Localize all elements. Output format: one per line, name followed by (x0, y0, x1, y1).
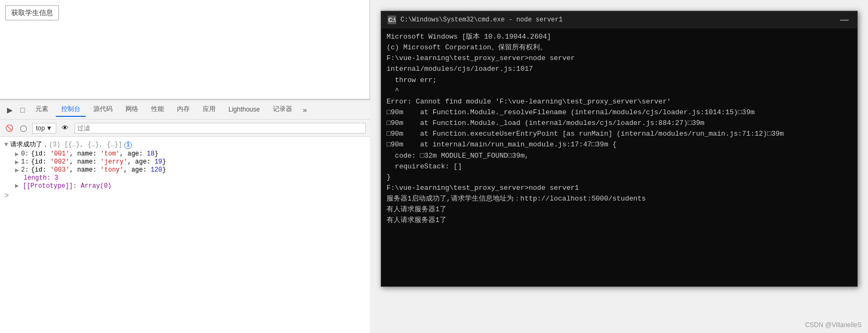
item1-index: 1: (21, 158, 28, 166)
cmd-window: C:\ C:\Windows\System32\cmd.exe - node s… (381, 11, 858, 287)
item0-arrow[interactable]: ▶ (15, 150, 19, 158)
tab-performance[interactable]: 性能 (146, 102, 169, 117)
cmd-line: 服务器1启动成功了,请求学生信息地址为：http://localhost:500… (387, 194, 852, 204)
cmd-line: □90m at internal/main/run_main_module.js… (387, 139, 852, 150)
filter-input[interactable] (75, 123, 366, 134)
watermark: CSDN @VillanelleS (805, 321, 862, 329)
page-area: 获取学生信息 (0, 0, 369, 99)
array-item-0: ▶ 0: {id: '001', name: 'tom', age: 18} (4, 150, 366, 158)
context-selector[interactable]: top ▼ (32, 123, 56, 134)
tab-lighthouse[interactable]: Lighthouse (223, 103, 265, 116)
context-label: top (36, 124, 45, 132)
browser-panel: 获取学生信息 ▶ □ 元素 控制台 源代码 网络 性能 内存 应用 Lighth… (0, 0, 370, 333)
item1-arrow[interactable]: ▶ (15, 158, 19, 166)
length-line: length: 3 (4, 174, 366, 182)
cmd-minimize-button[interactable]: — (838, 15, 851, 25)
cmd-app-icon: C:\ (388, 16, 396, 24)
cmd-line: □90m at Function.executeUserEntryPoint [… (387, 129, 852, 139)
cmd-line: ^ (387, 86, 852, 97)
cmd-title-text: C:\Windows\System32\cmd.exe - node serve… (400, 16, 562, 24)
tab-memory[interactable]: 内存 (172, 102, 195, 117)
console-bar: 🚫 ◯ top ▼ 👁 (0, 120, 370, 137)
eye-icon[interactable]: 👁 (61, 123, 70, 133)
cmd-line: Error: Cannot find module 'F:\vue-learni… (387, 97, 852, 107)
tab-sources[interactable]: 源代码 (88, 102, 118, 117)
item0-index: 0: (21, 150, 28, 158)
cmd-line: throw err; (387, 75, 852, 86)
tab-recorder[interactable]: 记录器 (268, 102, 298, 117)
cmd-line: internal/modules/cjs/loader.js:1017 (387, 64, 852, 75)
length-text: length: 3 (24, 174, 58, 182)
inspect-icon[interactable]: □ (17, 105, 28, 115)
prompt-symbol: > (4, 190, 9, 202)
expand-arrow[interactable]: ▼ (4, 140, 8, 150)
item2-index: 2: (21, 166, 28, 174)
tab-console[interactable]: 控制台 (56, 102, 86, 117)
tab-network[interactable]: 网络 (120, 102, 144, 117)
cmd-line: □90m at Function.Module._load (internal/… (387, 118, 852, 129)
cmd-line: } (387, 172, 852, 183)
cmd-line: F:\vue-learning\test_proxy_server>node s… (387, 53, 852, 64)
console-line-success: ▼ 请求成功了，(3) [{…}, {…}, {…}]i (4, 140, 366, 150)
chevron-down-icon: ▼ (46, 124, 53, 132)
cmd-line: (c) Microsoft Corporation。保留所有权利。 (387, 42, 852, 53)
cmd-line: code: □32m MODULE_NOT_FOUND□39m, (387, 151, 852, 161)
cmd-line: 有人请求服务器1了 (387, 204, 852, 215)
cmd-line: 有人请求服务器1了 (387, 215, 852, 226)
info-icon: i (124, 142, 132, 149)
cmd-body: Microsoft Windows [版本 10.0.19044.2604](c… (381, 28, 857, 287)
cmd-titlebar: C:\ C:\Windows\System32\cmd.exe - node s… (381, 11, 857, 28)
console-prompt-line: > (4, 190, 366, 202)
item2-text: {id: '003', name: 'tony', age: 120} (31, 166, 166, 174)
tab-application[interactable]: 应用 (197, 102, 221, 117)
cmd-line: requireStack: [] (387, 161, 852, 172)
stop-icon[interactable]: ◯ (18, 123, 28, 133)
cmd-title-left: C:\ C:\Windows\System32\cmd.exe - node s… (388, 16, 562, 24)
item1-text: {id: '002', name: 'jerry', age: 19} (31, 158, 166, 166)
cursor-icon[interactable]: ▶ (4, 105, 15, 115)
console-success-text: 请求成功了，(3) [{…}, {…}, {…}]i (10, 140, 132, 150)
console-output: ▼ 请求成功了，(3) [{…}, {…}, {…}]i ▶ 0: {id: '… (0, 137, 370, 333)
array-item-1: ▶ 1: {id: '002', name: 'jerry', age: 19} (4, 158, 366, 166)
prototype-arrow[interactable]: ▶ (15, 182, 19, 190)
devtools: ▶ □ 元素 控制台 源代码 网络 性能 内存 应用 Lighthouse 记录… (0, 99, 370, 333)
cmd-line: Microsoft Windows [版本 10.0.19044.2604] (387, 32, 852, 42)
item0-text: {id: '001', name: 'tom', age: 18} (31, 150, 159, 158)
prototype-text: [[Prototype]]: Array(0) (23, 182, 112, 190)
cmd-line: F:\vue-learning\test_proxy_server>node s… (387, 183, 852, 194)
prototype-line: ▶ [[Prototype]]: Array(0) (4, 182, 366, 190)
array-item-2: ▶ 2: {id: '003', name: 'tony', age: 120} (4, 166, 366, 174)
item2-arrow[interactable]: ▶ (15, 166, 19, 174)
devtools-toolbar: ▶ □ 元素 控制台 源代码 网络 性能 内存 应用 Lighthouse 记录… (0, 100, 370, 120)
clear-console-icon[interactable]: 🚫 (4, 123, 14, 133)
cmd-line: □90m at Function.Module._resolveFilename… (387, 107, 852, 118)
tab-elements[interactable]: 元素 (30, 102, 54, 117)
more-tabs-icon[interactable]: » (300, 105, 310, 115)
get-info-button[interactable]: 获取学生信息 (5, 5, 59, 20)
